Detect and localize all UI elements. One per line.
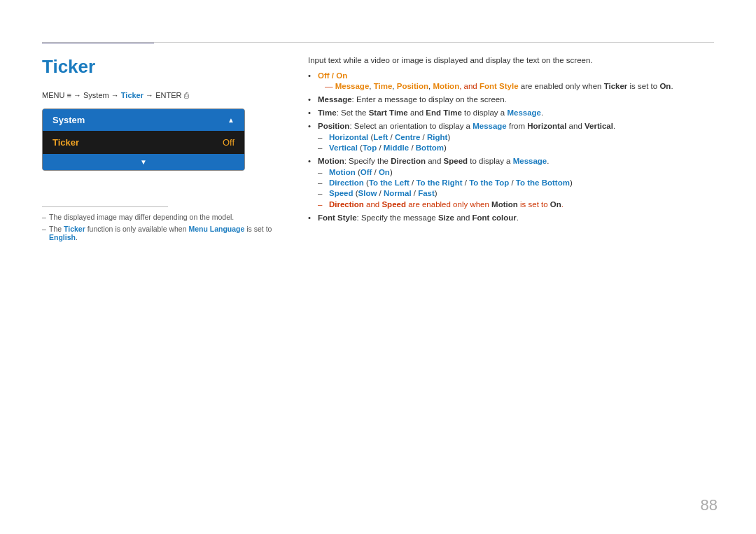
system-box: System ▲ Ticker Off ▼ — [42, 108, 245, 171]
page-number: 88 — [701, 496, 718, 514]
top-rule — [42, 42, 714, 43]
to-left: To the Left — [369, 178, 410, 187]
direction-bold: Direction — [391, 157, 426, 165]
menu-text: MENU — [42, 91, 64, 99]
bullet-time: Time: Set the Start Time and End Time to… — [308, 108, 718, 117]
note-line-2: The Ticker function is only available wh… — [42, 225, 273, 241]
time-orange: Time — [374, 82, 393, 90]
intro-text: Input text while a video or image is dis… — [308, 56, 718, 64]
bottom: Bottom — [416, 143, 444, 152]
bullet-message: Message: Enter a message to display on t… — [308, 95, 718, 104]
bullet-off-on: Off / On ― Message, Time, Position, Moti… — [308, 71, 718, 90]
font-style-label: Font Style — [318, 213, 357, 222]
ticker-row-label: Ticker — [52, 137, 79, 148]
motion-label: Motion — [318, 157, 344, 165]
normal: Normal — [384, 189, 412, 197]
time-label: Time — [318, 108, 337, 117]
menu-icon: ≡ — [66, 91, 71, 99]
speed-blue: Speed — [329, 189, 354, 197]
note-ticker: Ticker — [64, 225, 85, 233]
to-right: To the Right — [416, 178, 462, 187]
off-on-label: Off / On — [318, 71, 347, 80]
middle: Middle — [384, 143, 409, 152]
note-menu-lang: Menu Language — [188, 225, 244, 233]
on-bold-2: On — [550, 200, 561, 209]
bullet-position: Position: Select an orientation to displ… — [308, 122, 718, 152]
position-sub-list: Horizontal (Left / Centre / Right) Verti… — [318, 133, 718, 152]
note-english: English — [49, 233, 76, 241]
on-bold: On — [659, 82, 671, 90]
top: Top — [363, 143, 377, 152]
to-bottom: To the Bottom — [516, 178, 570, 187]
ticker-row: Ticker Off — [43, 131, 244, 154]
end-time: End Time — [426, 108, 462, 117]
menu-arrow-2: → — [111, 91, 121, 99]
chevron-down-icon: ▼ — [140, 158, 147, 166]
motion-sub-speed: Speed (Slow / Normal / Fast) — [318, 189, 718, 197]
notes-divider — [42, 206, 168, 207]
speed-red: Speed — [382, 200, 406, 209]
enter-text: ENTER — [155, 91, 181, 99]
bullet-list: Off / On ― Message, Time, Position, Moti… — [308, 71, 718, 222]
vertical-bold: Vertical — [584, 122, 613, 130]
direction-speed-note: Direction and Speed are enabled only whe… — [318, 200, 718, 209]
size-bold: Size — [438, 213, 454, 222]
slow: Slow — [358, 189, 377, 197]
ticker-off-label: Off — [223, 137, 234, 148]
on-blue: On — [379, 168, 390, 176]
system-label: System — [52, 115, 85, 125]
motion-sub-direction: Direction (To the Left / To the Right / … — [318, 178, 718, 187]
page-title: Ticker — [42, 56, 95, 78]
fast: Fast — [418, 189, 435, 197]
system-header: System ▲ — [43, 109, 244, 131]
speed-bold: Speed — [444, 157, 468, 165]
font-colour-bold: Font colour — [472, 213, 517, 222]
vertical-sub: Vertical (Top / Middle / Bottom) — [318, 143, 718, 152]
vertical-blue: Vertical — [329, 143, 358, 152]
centre: Centre — [395, 133, 420, 141]
menu-arrow-1: → — [74, 91, 83, 99]
right: Right — [427, 133, 447, 141]
message-blue-2: Message — [472, 122, 507, 130]
msg-orange: Message — [335, 82, 370, 90]
note-line-1: The displayed image may differ depending… — [42, 213, 273, 221]
horizontal-blue: Horizontal — [329, 133, 368, 141]
ticker-bold: Ticker — [604, 82, 628, 90]
horizontal-sub: Horizontal (Left / Centre / Right) — [318, 133, 718, 141]
motion-sub-list: Motion (Off / On) Direction (To the Left… — [318, 168, 718, 197]
message-blue: Message — [507, 108, 541, 117]
message-blue-3: Message — [513, 157, 547, 165]
motion-blue: Motion — [329, 168, 356, 176]
menu-path: MENU ≡ → System → Ticker → ENTER ⎙ — [42, 91, 189, 99]
to-top: To the Top — [469, 178, 509, 187]
off-blue: Off — [360, 168, 372, 176]
system-text: System — [83, 91, 109, 99]
notes-section: The displayed image may differ depending… — [42, 206, 273, 245]
chevron-down-row: ▼ — [43, 154, 244, 170]
chevron-up-icon: ▲ — [227, 116, 234, 124]
ticker-link: Ticker — [121, 91, 144, 99]
right-column: Input text while a video or image is dis… — [308, 56, 718, 227]
off-on-note: ― Message, Time, Position, Motion, and F… — [318, 82, 673, 90]
bullet-font-style: Font Style: Specify the message Size and… — [308, 213, 718, 222]
start-time: Start Time — [369, 108, 408, 117]
message-label: Message — [318, 95, 352, 104]
position-label: Position — [318, 122, 349, 130]
enter-icon: ⎙ — [184, 91, 189, 99]
bullet-motion: Motion: Specify the Direction and Speed … — [308, 157, 718, 209]
direction-blue: Direction — [329, 178, 364, 187]
motion-orange: Motion — [433, 82, 459, 90]
direction-red: Direction — [329, 200, 364, 209]
left: Left — [373, 133, 388, 141]
motion-sub-off-on: Motion (Off / On) — [318, 168, 718, 176]
position-orange: Position — [397, 82, 428, 90]
menu-arrow-3: → — [146, 91, 155, 99]
horizontal-bold: Horizontal — [527, 122, 566, 130]
motion-bold-2: Motion — [491, 200, 518, 209]
fontstyle-orange: Font Style — [479, 82, 519, 90]
